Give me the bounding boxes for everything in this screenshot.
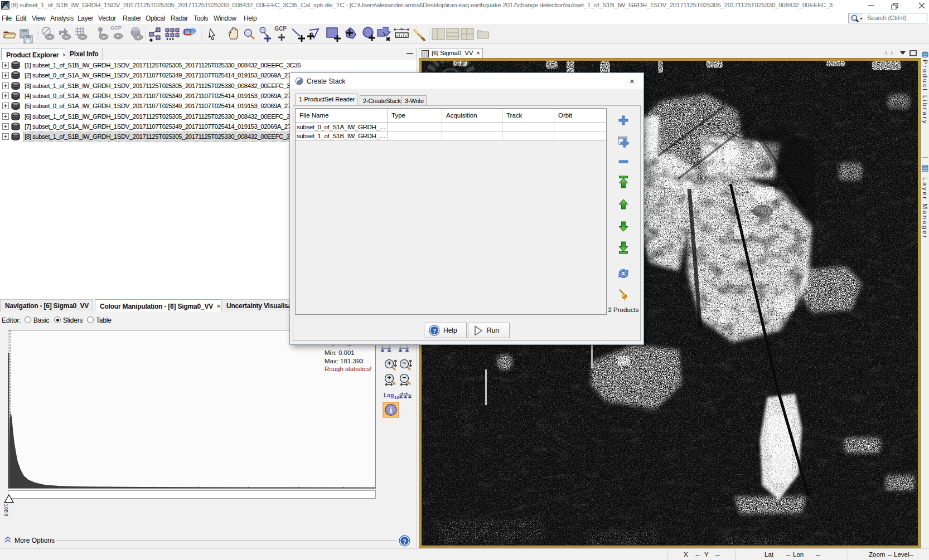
svg-text:i: i xyxy=(390,406,392,415)
svg-text:Log: Log xyxy=(384,392,394,398)
svg-text:GCP: GCP xyxy=(110,25,122,31)
svg-text:?: ? xyxy=(400,27,403,32)
svg-text:10: 10 xyxy=(394,395,399,400)
svg-text:GCP: GCP xyxy=(274,26,287,32)
svg-text:?: ? xyxy=(433,327,436,335)
svg-text:2 Products: 2 Products xyxy=(608,306,639,313)
svg-text:?: ? xyxy=(403,537,407,546)
